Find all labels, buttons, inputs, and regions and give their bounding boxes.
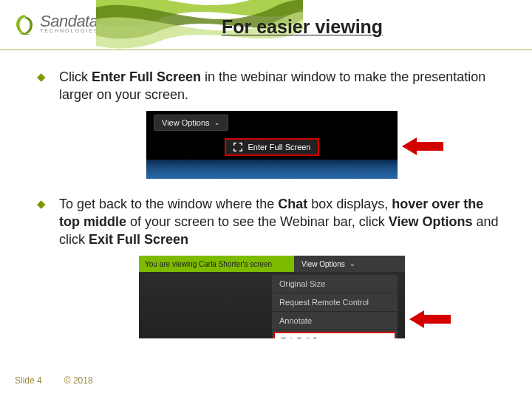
fullscreen-icon — [233, 143, 242, 151]
enter-full-screen-button: Enter Full Screen — [225, 138, 320, 156]
brand-subtitle: TECHNOLOGIES — [40, 28, 99, 33]
brand-logo: Sandata TECHNOLOGIES — [13, 13, 99, 38]
b2-p1: To get back to the window where the — [59, 197, 278, 211]
menu-item-exit-full-screen: Exit Full Screen — [273, 332, 396, 338]
bullet-icon: ◆ — [37, 195, 46, 248]
slide-header: Sandata TECHNOLOGIES For easier viewing — [0, 0, 532, 50]
callout-arrow-icon — [402, 137, 443, 155]
view-options-button: View Options ⌄ — [294, 256, 405, 272]
slide-footer: Slide 4 © 2018 — [15, 375, 93, 386]
b2-p3: of your screen to see the Webinar bar, c… — [126, 214, 389, 229]
callout-arrow-icon — [409, 310, 451, 328]
sharing-banner: You are viewing Carla Shorter's screen — [139, 256, 294, 272]
menu-item-annotate: Annotate — [272, 312, 398, 330]
b2-b3: View Options — [389, 214, 473, 229]
slide-body: ◆ Click Enter Full Screen in the webinar… — [0, 50, 532, 338]
enter-full-screen-label: Enter Full Screen — [248, 143, 311, 151]
bullet-2-text: To get back to the window where the Chat… — [59, 195, 502, 248]
menu-item-original-size: Original Size — [272, 275, 398, 293]
b2-b4: Exit Full Screen — [89, 232, 188, 247]
slide-number: Slide 4 — [15, 375, 42, 386]
screenshot-2: You are viewing Carla Shorter's screen V… — [37, 256, 507, 338]
chevron-down-icon: ⌄ — [214, 119, 220, 126]
bullet-2: ◆ To get back to the window where the Ch… — [37, 195, 507, 248]
sharing-banner-text: You are viewing Carla Shorter's screen — [145, 260, 272, 268]
screenshot-1: View Options ⌄ Enter Full Screen — [37, 111, 507, 179]
bullet-1: ◆ Click Enter Full Screen in the webinar… — [37, 68, 507, 103]
bullet-icon: ◆ — [37, 68, 46, 103]
b2-p2: box displays, — [307, 197, 392, 211]
b2-b1: Chat — [278, 197, 307, 211]
slide-title: For easier viewing — [222, 16, 383, 38]
view-options-menu: Original Size Request Remote Control Ann… — [272, 275, 398, 338]
chevron-down-icon: ⌄ — [349, 260, 355, 267]
brand-name: Sandata — [40, 13, 99, 30]
view-options-label: View Options — [162, 118, 210, 127]
view-options-label: View Options — [301, 260, 345, 268]
swirl-icon — [13, 13, 35, 38]
bullet-1-pre: Click — [59, 69, 92, 84]
bullet-1-bold: Enter Full Screen — [92, 69, 201, 84]
bullet-1-text: Click Enter Full Screen in the webinar w… — [59, 68, 502, 103]
menu-item-request-remote: Request Remote Control — [272, 293, 398, 312]
copyright: © 2018 — [64, 375, 93, 386]
brand-text: Sandata TECHNOLOGIES — [40, 13, 99, 33]
view-options-button: View Options ⌄ — [154, 115, 228, 131]
